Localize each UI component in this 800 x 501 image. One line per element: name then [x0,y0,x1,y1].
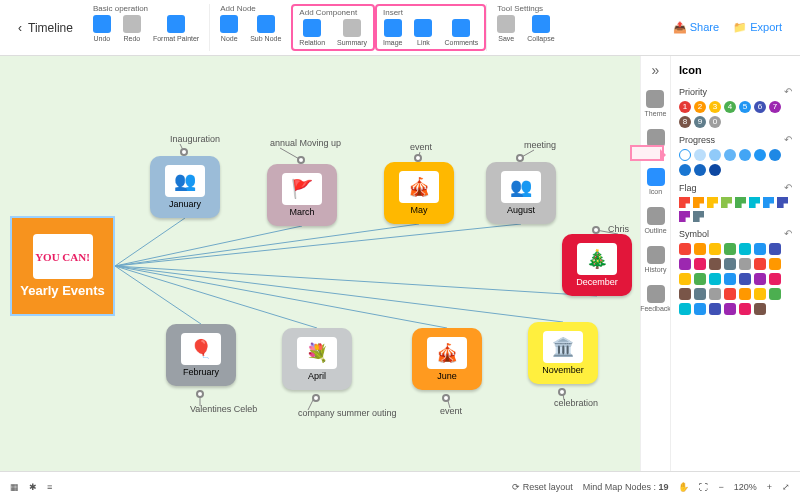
node-november[interactable]: 🏛️November [528,322,598,384]
symbol-swatch-9[interactable] [709,258,721,270]
canvas-area[interactable]: YOU CAN! Yearly Events 👥JanuaryInaugurat… [0,56,640,471]
node-may[interactable]: 🎪May [384,162,454,224]
symbol-swatch-12[interactable] [754,258,766,270]
priority-swatch-4[interactable]: 5 [739,101,751,113]
priority-swatch-3[interactable]: 4 [724,101,736,113]
root-node[interactable]: YOU CAN! Yearly Events [10,216,115,316]
rail-collapse[interactable]: » [652,62,660,78]
node-january[interactable]: 👥January [150,156,220,218]
symbol-swatch-16[interactable] [709,273,721,285]
flag-swatch-4[interactable] [735,197,746,208]
symbol-swatch-10[interactable] [724,258,736,270]
symbol-swatch-8[interactable] [694,258,706,270]
undo-icon[interactable]: ↶ [784,228,792,239]
symbol-swatch-33[interactable] [754,303,766,315]
symbol-swatch-27[interactable] [769,288,781,300]
symbol-swatch-28[interactable] [679,303,691,315]
flag-swatch-6[interactable] [763,197,774,208]
export-button[interactable]: 📁 Export [733,21,782,34]
progress-swatch-4[interactable] [739,149,751,161]
flag-swatch-1[interactable] [693,197,704,208]
undo-icon[interactable]: ↶ [784,86,792,97]
priority-swatch-5[interactable]: 6 [754,101,766,113]
symbol-swatch-25[interactable] [739,288,751,300]
symbol-swatch-2[interactable] [709,243,721,255]
symbol-swatch-18[interactable] [739,273,751,285]
rail-theme[interactable]: Theme [645,90,667,117]
rail-outline[interactable]: Outline [644,207,666,234]
priority-swatch-7[interactable]: 8 [679,116,691,128]
link-button[interactable]: Link [414,19,432,46]
symbol-swatch-13[interactable] [769,258,781,270]
symbol-swatch-3[interactable] [724,243,736,255]
zoom-in-button[interactable]: + [767,482,772,492]
progress-swatch-1[interactable] [694,149,706,161]
summary-button[interactable]: Summary [337,19,367,46]
undo-icon[interactable]: ↶ [784,182,792,193]
node-april[interactable]: 💐April [282,328,352,390]
symbol-swatch-1[interactable] [694,243,706,255]
back-button[interactable]: ‹ Timeline [8,4,83,51]
progress-swatch-5[interactable] [754,149,766,161]
priority-swatch-1[interactable]: 2 [694,101,706,113]
undo-icon[interactable]: ↶ [784,134,792,145]
symbol-swatch-22[interactable] [694,288,706,300]
zoom-out-button[interactable]: − [718,482,723,492]
priority-swatch-9[interactable]: 0 [709,116,721,128]
symbol-swatch-29[interactable] [694,303,706,315]
progress-swatch-6[interactable] [769,149,781,161]
undo-button[interactable]: Undo [93,15,111,42]
node-february[interactable]: 🎈February [166,324,236,386]
flag-swatch-5[interactable] [749,197,760,208]
progress-swatch-2[interactable] [709,149,721,161]
symbol-swatch-15[interactable] [694,273,706,285]
view-mode-icon[interactable]: ▦ [10,482,19,492]
symbol-swatch-30[interactable] [709,303,721,315]
node-december[interactable]: 🎄December [562,234,632,296]
symbol-swatch-5[interactable] [754,243,766,255]
flag-swatch-0[interactable] [679,197,690,208]
view-mode-icon[interactable]: ≡ [47,482,52,492]
priority-swatch-6[interactable]: 7 [769,101,781,113]
progress-swatch-7[interactable] [679,164,691,176]
symbol-swatch-23[interactable] [709,288,721,300]
progress-swatch-0[interactable] [679,149,691,161]
symbol-swatch-32[interactable] [739,303,751,315]
progress-swatch-8[interactable] [694,164,706,176]
symbol-swatch-24[interactable] [724,288,736,300]
priority-swatch-2[interactable]: 3 [709,101,721,113]
symbol-swatch-6[interactable] [769,243,781,255]
symbol-swatch-21[interactable] [679,288,691,300]
symbol-swatch-0[interactable] [679,243,691,255]
fullscreen-icon[interactable]: ⤢ [782,482,790,492]
share-button[interactable]: 📤 Share [673,21,719,34]
symbol-swatch-4[interactable] [739,243,751,255]
reset-layout-button[interactable]: ⟳ Reset layout [512,482,573,492]
priority-swatch-8[interactable]: 9 [694,116,706,128]
symbol-swatch-7[interactable] [679,258,691,270]
hand-tool-icon[interactable]: ✋ [678,482,689,492]
flag-swatch-8[interactable] [679,211,690,222]
symbol-swatch-17[interactable] [724,273,736,285]
symbol-swatch-31[interactable] [724,303,736,315]
rail-history[interactable]: History [645,246,667,273]
sub-node-button[interactable]: Sub Node [250,15,281,42]
priority-swatch-0[interactable]: 1 [679,101,691,113]
symbol-swatch-14[interactable] [679,273,691,285]
symbol-swatch-26[interactable] [754,288,766,300]
rail-icon[interactable]: Icon [647,168,665,195]
relation-button[interactable]: Relation [299,19,325,46]
image-button[interactable]: Image [383,19,402,46]
flag-swatch-3[interactable] [721,197,732,208]
redo-button[interactable]: Redo [123,15,141,42]
rail-feedback[interactable]: Feedback [640,285,671,312]
symbol-swatch-19[interactable] [754,273,766,285]
save-button[interactable]: Save [497,15,515,42]
node-march[interactable]: 🚩March [267,164,337,226]
node-august[interactable]: 👥August [486,162,556,224]
progress-swatch-3[interactable] [724,149,736,161]
format-painter-button[interactable]: Format Painter [153,15,199,42]
node-button[interactable]: Node [220,15,238,42]
fit-screen-icon[interactable]: ⛶ [699,482,708,492]
flag-swatch-7[interactable] [777,197,788,208]
